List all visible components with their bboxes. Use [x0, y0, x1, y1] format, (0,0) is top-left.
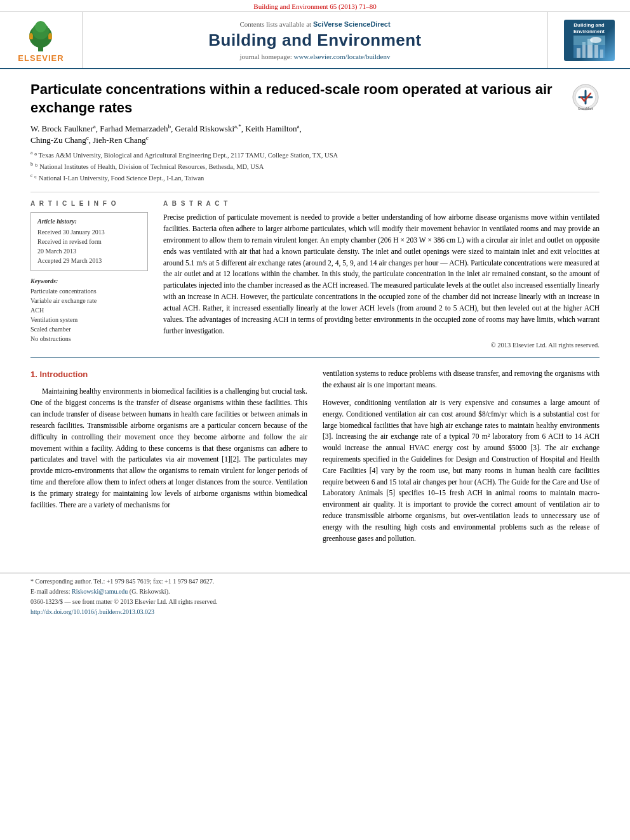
revised-date: Received in revised form20 March 2013 — [37, 237, 141, 256]
email-line: E-mail address: Riskowski@tamu.edu (G. R… — [30, 587, 600, 596]
keyword-5: Scaled chamber — [30, 324, 148, 334]
sciverse-link[interactable]: SciVerse ScienceDirect — [313, 20, 391, 28]
svg-rect-9 — [577, 48, 580, 58]
keyword-2: Variable air exchange rate — [30, 296, 148, 305]
copyright-line: © 2013 Elsevier Ltd. All rights reserved… — [163, 342, 600, 349]
email-link[interactable]: Riskowski@tamu.edu — [72, 588, 128, 595]
body-right-col: ventilation systems to reduce problems w… — [323, 368, 600, 550]
main-content: Particulate concentrations within a redu… — [0, 69, 630, 563]
keyword-3: ACH — [30, 305, 148, 315]
be-logo: Building and Environment — [564, 20, 615, 61]
author-faulkner: W. Brock Faulkner — [30, 124, 93, 134]
homepage-link[interactable]: www.elsevier.com/locate/buildenv — [293, 53, 390, 60]
elsevier-logo: ELSEVIER — [18, 17, 64, 63]
author-jrchang: Jieh-Ren Chang — [93, 135, 145, 145]
abstract-text: Precise prediction of particulate moveme… — [163, 212, 600, 337]
intro-heading: 1. Introduction — [30, 368, 307, 381]
doi-line: http://dx.doi.org/10.1016/j.buildenv.201… — [30, 608, 600, 617]
history-label: Article history: — [37, 218, 141, 225]
svg-point-3 — [35, 21, 46, 32]
elsevier-label: ELSEVIER — [18, 53, 64, 63]
journal-homepage: journal homepage: www.elsevier.com/locat… — [240, 53, 391, 60]
be-logo-text: Building and Environment — [566, 22, 612, 34]
elsevier-tree-icon — [22, 17, 60, 52]
doi-link[interactable]: http://dx.doi.org/10.1016/j.buildenv.201… — [30, 608, 154, 615]
keyword-4: Ventilation system — [30, 315, 148, 324]
article-info-col: A R T I C L E I N F O Article history: R… — [30, 200, 148, 349]
keyword-1: Particulate concentrations — [30, 286, 148, 296]
affil-b: b ᵇ National Institutes of Health, Divis… — [30, 161, 600, 171]
svg-rect-13 — [600, 50, 603, 58]
author-czchang: Ching-Zu Chang — [30, 135, 86, 145]
article-info-abstract-section: A R T I C L E I N F O Article history: R… — [30, 192, 600, 349]
keyword-6: No obstructions — [30, 334, 148, 343]
sciverse-line: Contents lists available at SciVerse Sci… — [239, 20, 390, 28]
svg-point-6 — [29, 33, 33, 39]
article-info-label: A R T I C L E I N F O — [30, 200, 148, 207]
be-logo-area: Building and Environment — [547, 12, 630, 68]
footer: * Corresponding author. Tel.: +1 979 845… — [0, 573, 630, 623]
intro-para-2: ventilation systems to reduce problems w… — [323, 368, 600, 391]
author-hamilton: Keith Hamilton — [245, 124, 297, 134]
intro-para-3: However, conditioning ventilation air is… — [323, 397, 600, 545]
received-date: Received 30 January 2013 — [37, 227, 141, 237]
abstract-col: A B S T R A C T Precise prediction of pa… — [163, 200, 600, 349]
affil-c: c ᶜ National I-Lan University, Food Scie… — [30, 172, 600, 183]
author-memarzadeh: Farhad Memarzadeh — [100, 124, 168, 134]
svg-rect-12 — [594, 45, 598, 58]
affil-a: a ᵃ Texas A&M University, Biological and… — [30, 149, 600, 160]
svg-text:CrossMark: CrossMark — [578, 107, 594, 110]
affiliations: a ᵃ Texas A&M University, Biological and… — [30, 149, 600, 183]
article-title-section: Particulate concentrations within a redu… — [30, 81, 600, 117]
crossmark-badge[interactable]: CrossMark — [572, 83, 600, 111]
intro-para-1: Maintaining healthy environments in biom… — [30, 386, 307, 510]
be-logo-image — [573, 36, 605, 58]
journal-title: Building and Environment — [208, 30, 422, 50]
body-two-col: 1. Introduction Maintaining healthy envi… — [30, 368, 600, 550]
history-box: Article history: Received 30 January 201… — [30, 212, 148, 271]
journal-reference: Building and Environment 65 (2013) 71–80 — [0, 0, 630, 12]
issn-line: 0360-1323/$ — see front matter © 2013 El… — [30, 597, 600, 606]
corresponding-author-line: * Corresponding author. Tel.: +1 979 845… — [30, 577, 600, 586]
authors: W. Brock Faulknera, Farhad Memarzadehb, … — [30, 123, 600, 145]
journal-header: ELSEVIER Contents lists available at Sci… — [0, 12, 630, 69]
keywords-section: Keywords: Particulate concentrations Var… — [30, 277, 148, 343]
crossmark-icon: CrossMark — [572, 83, 600, 111]
svg-point-15 — [590, 37, 601, 43]
section-divider — [30, 357, 600, 358]
author-riskowski: Gerald Riskowski — [175, 124, 235, 134]
journal-header-center: Contents lists available at SciVerse Sci… — [83, 12, 547, 68]
accepted-date: Accepted 29 March 2013 — [37, 256, 141, 265]
keywords-label: Keywords: — [30, 277, 148, 284]
svg-point-7 — [48, 33, 52, 39]
article-title: Particulate concentrations within a redu… — [30, 81, 561, 117]
elsevier-logo-area: ELSEVIER — [0, 12, 83, 68]
body-left-col: 1. Introduction Maintaining healthy envi… — [30, 368, 307, 550]
abstract-label: A B S T R A C T — [163, 200, 600, 207]
